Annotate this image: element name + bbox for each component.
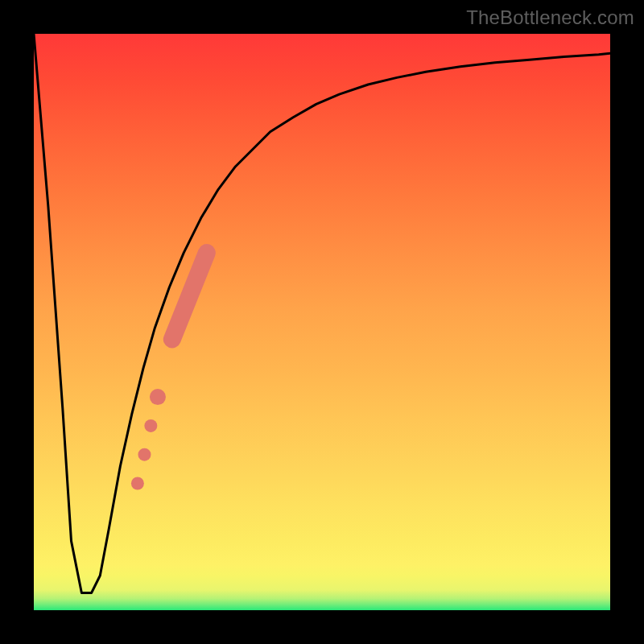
- chart-frame: TheBottleneck.com: [0, 0, 644, 644]
- plot-area: [34, 34, 610, 610]
- svg-point-2: [138, 448, 151, 461]
- bottleneck-curve: [34, 34, 610, 593]
- svg-point-4: [150, 389, 166, 405]
- watermark-text: TheBottleneck.com: [466, 6, 634, 29]
- svg-point-1: [131, 477, 144, 489]
- chart-svg: [34, 34, 610, 610]
- svg-point-3: [144, 419, 157, 432]
